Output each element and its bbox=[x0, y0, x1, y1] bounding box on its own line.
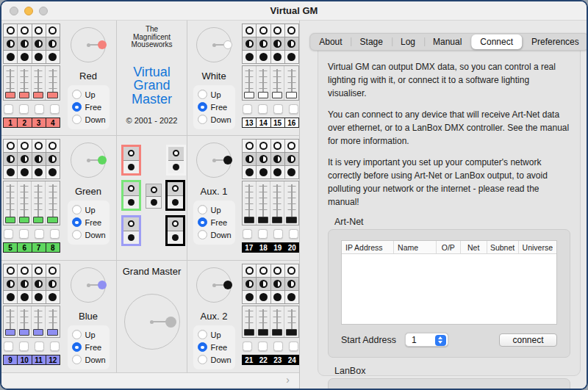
artnet-table-body[interactable] bbox=[342, 254, 556, 324]
column-header-o-p[interactable]: O/P bbox=[437, 241, 461, 253]
fader-slider[interactable] bbox=[270, 181, 284, 225]
bump-up-button[interactable] bbox=[146, 184, 161, 197]
preset-button[interactable] bbox=[46, 37, 60, 50]
preset-button[interactable] bbox=[285, 166, 298, 178]
bump-flash-button[interactable] bbox=[168, 231, 183, 245]
radio-button[interactable] bbox=[198, 230, 207, 239]
fader-slider[interactable] bbox=[46, 181, 60, 225]
fader-slider[interactable] bbox=[257, 306, 270, 337]
preset-button[interactable] bbox=[257, 153, 270, 165]
flash-checkbox[interactable] bbox=[258, 342, 268, 351]
preset-button[interactable] bbox=[271, 264, 284, 277]
bump-up-button[interactable] bbox=[123, 182, 139, 196]
tab-log[interactable]: Log bbox=[392, 34, 424, 50]
mode-option-free[interactable]: Free bbox=[72, 102, 105, 112]
radio-button[interactable] bbox=[72, 330, 82, 339]
level-knob[interactable] bbox=[71, 267, 106, 303]
flash-checkbox[interactable] bbox=[243, 104, 252, 114]
flash-checkbox[interactable] bbox=[19, 104, 29, 114]
level-knob[interactable] bbox=[196, 142, 232, 178]
fader-handle[interactable] bbox=[286, 217, 297, 223]
fader-handle[interactable] bbox=[33, 329, 43, 336]
preset-button[interactable] bbox=[18, 51, 31, 63]
flash-checkbox[interactable] bbox=[273, 104, 283, 114]
radio-button[interactable] bbox=[72, 355, 82, 364]
preset-button[interactable] bbox=[32, 140, 46, 152]
fader-handle[interactable] bbox=[244, 217, 254, 223]
preset-button[interactable] bbox=[243, 278, 256, 290]
preset-button[interactable] bbox=[46, 24, 60, 37]
flash-checkbox[interactable] bbox=[289, 342, 298, 351]
fader-handle[interactable] bbox=[47, 217, 58, 223]
fader-handle[interactable] bbox=[258, 92, 268, 98]
fader-slider[interactable] bbox=[257, 181, 270, 225]
preset-button[interactable] bbox=[32, 51, 46, 63]
flash-checkbox[interactable] bbox=[289, 104, 298, 114]
radio-button[interactable] bbox=[72, 230, 82, 239]
fader-slider[interactable] bbox=[32, 181, 46, 225]
flash-checkbox[interactable] bbox=[243, 229, 252, 239]
flash-checkbox[interactable] bbox=[19, 229, 29, 239]
preset-button[interactable] bbox=[271, 166, 284, 178]
preset-button[interactable] bbox=[32, 153, 46, 165]
flash-checkbox[interactable] bbox=[289, 229, 298, 239]
flash-checkbox[interactable] bbox=[19, 342, 29, 351]
preset-button[interactable] bbox=[257, 24, 270, 37]
fader-handle[interactable] bbox=[33, 92, 43, 98]
preset-button[interactable] bbox=[32, 37, 46, 50]
fader-slider[interactable] bbox=[32, 66, 46, 100]
preset-button[interactable] bbox=[257, 264, 270, 277]
preset-button[interactable] bbox=[285, 291, 298, 303]
fader-handle[interactable] bbox=[19, 329, 29, 336]
preset-button[interactable] bbox=[32, 291, 46, 303]
column-header-universe[interactable]: Universe bbox=[519, 241, 556, 253]
fader-slider[interactable] bbox=[257, 66, 270, 100]
preset-button[interactable] bbox=[243, 153, 256, 165]
flash-checkbox[interactable] bbox=[35, 229, 44, 239]
flash-checkbox[interactable] bbox=[35, 104, 44, 114]
level-knob[interactable] bbox=[71, 142, 106, 178]
preset-button[interactable] bbox=[4, 140, 17, 152]
fader-handle[interactable] bbox=[5, 217, 15, 223]
preset-button[interactable] bbox=[32, 24, 46, 37]
column-header-ip-address[interactable]: IP Address bbox=[342, 241, 394, 253]
fader-handle[interactable] bbox=[286, 329, 297, 336]
tab-preferences[interactable]: Preferences bbox=[523, 34, 588, 50]
expand-chevron-icon[interactable]: › bbox=[286, 374, 290, 386]
radio-button[interactable] bbox=[198, 102, 207, 112]
preset-button[interactable] bbox=[257, 140, 270, 152]
fader-handle[interactable] bbox=[272, 92, 282, 98]
mode-option-down[interactable]: Down bbox=[198, 230, 231, 239]
preset-button[interactable] bbox=[271, 37, 284, 50]
fader-slider[interactable] bbox=[270, 306, 284, 337]
fader-slider[interactable] bbox=[243, 66, 257, 100]
fader-slider[interactable] bbox=[243, 306, 257, 337]
bump-up-button[interactable] bbox=[168, 147, 184, 161]
radio-button[interactable] bbox=[198, 355, 207, 364]
preset-button[interactable] bbox=[32, 166, 46, 178]
preset-button[interactable] bbox=[18, 140, 31, 152]
bump-up-button[interactable] bbox=[168, 217, 183, 231]
preset-button[interactable] bbox=[4, 51, 17, 63]
preset-button[interactable] bbox=[4, 153, 17, 165]
flash-checkbox[interactable] bbox=[273, 342, 283, 351]
preset-button[interactable] bbox=[257, 51, 270, 63]
preset-button[interactable] bbox=[243, 24, 256, 37]
preset-button[interactable] bbox=[18, 166, 31, 178]
fader-slider[interactable] bbox=[270, 66, 284, 100]
preset-button[interactable] bbox=[271, 278, 284, 290]
flash-checkbox[interactable] bbox=[35, 342, 44, 351]
radio-button[interactable] bbox=[198, 342, 207, 352]
preset-button[interactable] bbox=[257, 291, 270, 303]
mode-option-free[interactable]: Free bbox=[72, 342, 105, 352]
flash-checkbox[interactable] bbox=[4, 229, 13, 239]
radio-button[interactable] bbox=[198, 90, 207, 99]
bump-flash-button[interactable] bbox=[123, 161, 139, 174]
preset-button[interactable] bbox=[243, 291, 256, 303]
preset-button[interactable] bbox=[46, 153, 60, 165]
fader-slider[interactable] bbox=[32, 306, 46, 337]
level-knob[interactable] bbox=[196, 27, 232, 62]
preset-button[interactable] bbox=[4, 278, 17, 290]
radio-button[interactable] bbox=[198, 217, 207, 227]
radio-button[interactable] bbox=[72, 90, 82, 99]
